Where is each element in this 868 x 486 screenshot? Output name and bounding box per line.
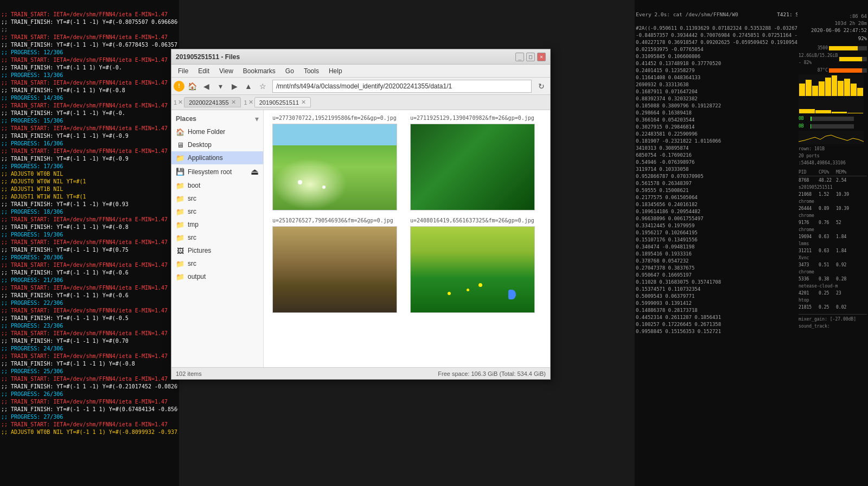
home-button[interactable]: 🏠 <box>186 80 199 93</box>
back-button[interactable]: ◀ <box>200 80 213 93</box>
process-row: 91760.7652 <box>799 219 867 226</box>
file-grid-header-row-2: u=2510276527,790546936&fm=26&gp=0.jpg u=… <box>268 217 546 224</box>
process-row: 312110.631.84 <box>799 247 867 254</box>
sidebar-pictures-label: Pictures <box>188 247 211 254</box>
left-terminal: ;; TRAIN_START: IETA=/dev/shm/FFNN4/ieta… <box>0 0 179 486</box>
src2-icon: 📁 <box>176 207 184 216</box>
file-grid: u=2773070722,1952199580&fm=26&gp=0.jpg u… <box>264 110 550 367</box>
menu-view[interactable]: View <box>215 66 238 76</box>
menu-bookmarks[interactable]: Bookmarks <box>239 66 280 76</box>
sidebar-src2-label: src <box>188 208 196 215</box>
thumbnail-4 <box>410 226 535 313</box>
sidebar-item-src3[interactable]: 📁 src <box>171 231 263 244</box>
file-manager-content: Places ▾ 🏠 Home Folder 🖥 Desktop 📁 Appli… <box>171 110 550 367</box>
window-title: 201905251511 - Files <box>176 53 240 61</box>
eject-icon[interactable]: ⏏ <box>251 167 259 177</box>
file-item-4[interactable] <box>410 226 541 313</box>
sidebar-item-output[interactable]: 📁 output <box>171 270 263 283</box>
desktop-icon: 🖥 <box>176 140 184 149</box>
places-collapse[interactable]: ▾ <box>255 114 259 123</box>
menu-go[interactable]: Go <box>281 66 298 76</box>
statusbar: 102 items Free space: 106.3 GiB (Total: … <box>171 367 550 379</box>
sidebar-item-boot[interactable]: 📁 boot <box>171 179 263 192</box>
sidebar-item-pictures[interactable]: 🖼 Pictures <box>171 244 263 257</box>
filesystem-icon: 💾 <box>176 168 184 176</box>
process-row: 34730.510.92 <box>799 261 867 268</box>
tab-close-btn-1[interactable]: ✕ <box>231 99 236 106</box>
close-button[interactable]: ✕ <box>537 53 546 61</box>
file-item-3[interactable] <box>272 226 404 313</box>
file-manager-window: 201905251511 - Files _ □ ✕ File Edit Vie… <box>171 49 551 380</box>
sidebar-applications-label: Applications <box>188 154 223 162</box>
file-row-2 <box>268 226 546 313</box>
tab-number-2: 1 <box>244 99 247 106</box>
item-count: 102 items <box>176 370 202 377</box>
file-row-1 <box>268 124 546 210</box>
file-item-2[interactable] <box>410 124 541 210</box>
tab-label-1: 202002241355 <box>189 99 228 106</box>
up-button[interactable]: ▲ <box>242 80 255 93</box>
sidebar-desktop-label: Desktop <box>188 141 212 149</box>
warning-icon: ! <box>174 81 184 92</box>
refresh-button[interactable]: ↻ <box>535 80 548 93</box>
sidebar-item-src4[interactable]: 📁 src <box>171 257 263 270</box>
pictures-icon: 🖼 <box>176 246 184 255</box>
sidebar-item-filesystem[interactable]: 💾 Filesystem root ⏏ <box>171 164 263 179</box>
tab-202002241355[interactable]: 202002241355 ✕ <box>184 97 240 107</box>
menu-file[interactable]: File <box>174 66 193 76</box>
sidebar-item-home[interactable]: 🏠 Home Folder <box>171 125 263 138</box>
sidebar-src1-label: src <box>188 195 196 202</box>
boot-icon: 📁 <box>176 181 184 190</box>
menu-tools[interactable]: Tools <box>299 66 323 76</box>
process-row: 53360.380.28 <box>799 276 867 283</box>
file-header-1: u=2773070722,1952199580&fm=26&gp=0.jpg <box>272 114 404 122</box>
menubar: File Edit View Bookmarks Go Tools Help <box>171 65 550 78</box>
process-row: 42010.2523 <box>799 290 867 297</box>
sidebar-home-label: Home Folder <box>188 128 225 136</box>
sidebar-item-applications[interactable]: 📁 Applications <box>171 151 263 164</box>
process-row: 196940.631.84 <box>799 233 867 240</box>
file-header-4: u=2408016419,6561637325&fm=26&gp=0.jpg <box>410 217 541 224</box>
sidebar-item-src1[interactable]: 📁 src <box>171 192 263 205</box>
applications-icon: 📁 <box>176 154 184 162</box>
thumbnail-2 <box>410 124 535 210</box>
sidebar-src3-label: src <box>188 234 196 241</box>
menu-help[interactable]: Help <box>324 66 347 76</box>
file-header-3: u=2510276527,790546936&fm=26&gp=0.jpg <box>272 217 404 224</box>
tab-label-2: 201905251511 <box>259 99 299 106</box>
thumbnail-3 <box>272 226 397 313</box>
tab-201905251511[interactable]: 201905251511 ✕ <box>254 97 311 107</box>
minimize-button[interactable]: _ <box>515 53 524 61</box>
places-label: Places <box>176 115 196 123</box>
free-space: Free space: 106.3 GiB (Total: 534.4 GiB) <box>438 370 546 377</box>
sidebar-item-desktop[interactable]: 🖥 Desktop <box>171 138 263 151</box>
src3-icon: 📁 <box>176 233 184 242</box>
menu-edit[interactable]: Edit <box>194 66 214 76</box>
toolbar: ! 🏠 ◀ ▾ ▶ ▲ ☆ ↻ <box>171 78 550 95</box>
sidebar-src4-label: src <box>188 260 196 267</box>
forward-button[interactable]: ▶ <box>228 80 241 93</box>
tab-close-1[interactable]: ✕ <box>178 99 183 106</box>
bookmark-button[interactable]: ☆ <box>256 80 269 93</box>
sidebar-item-tmp[interactable]: 📁 tmp <box>171 218 263 231</box>
back-dropdown[interactable]: ▾ <box>214 80 227 93</box>
sidebar-filesystem-label: Filesystem root <box>188 168 232 176</box>
process-row: 876848.222.54 <box>799 177 867 184</box>
process-row: 264440.8910.39 <box>799 205 867 212</box>
maximize-button[interactable]: □ <box>526 53 535 61</box>
tab-close-2[interactable]: ✕ <box>248 99 253 106</box>
window-controls: _ □ ✕ <box>515 53 546 61</box>
file-grid-header-row: u=2773070722,1952199580&fm=26&gp=0.jpg u… <box>268 114 546 122</box>
sidebar-item-src2[interactable]: 📁 src <box>171 205 263 218</box>
tab-number-1: 1 <box>174 99 177 106</box>
tab-bar: 1 ✕ 202002241355 ✕ 1 ✕ 201905251511 ✕ <box>171 95 550 110</box>
thumbnail-1 <box>272 124 397 210</box>
sidebar: Places ▾ 🏠 Home Folder 🖥 Desktop 📁 Appli… <box>171 110 264 367</box>
src1-icon: 📁 <box>176 194 184 203</box>
process-row: 210681.5210.39 <box>799 191 867 198</box>
address-bar[interactable] <box>272 80 532 93</box>
output-icon: 📁 <box>176 272 184 281</box>
file-item-1[interactable] <box>272 124 404 210</box>
tab-close-btn-2[interactable]: ✕ <box>301 99 306 106</box>
sidebar-tmp-label: tmp <box>188 221 199 228</box>
